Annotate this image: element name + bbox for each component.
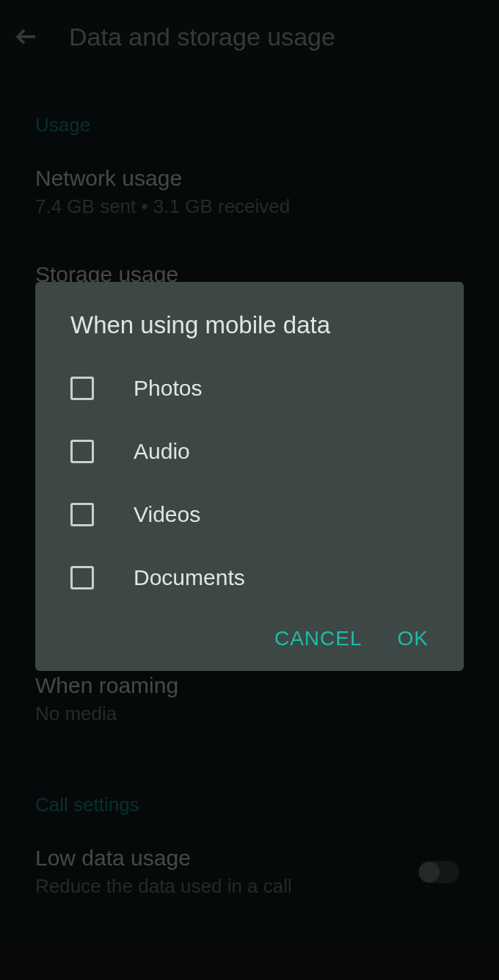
ok-button[interactable]: OK [398,627,429,650]
audio-checkbox[interactable] [70,440,94,463]
videos-option[interactable]: Videos [35,483,464,546]
photos-option[interactable]: Photos [35,357,464,420]
photos-label: Photos [134,376,202,401]
mobile-data-dialog: When using mobile data Photos Audio Vide… [35,282,464,671]
audio-option[interactable]: Audio [35,420,464,483]
documents-checkbox[interactable] [70,566,94,589]
documents-label: Documents [134,565,245,590]
documents-option[interactable]: Documents [35,546,464,609]
photos-checkbox[interactable] [70,377,94,400]
audio-label: Audio [134,439,190,464]
videos-checkbox[interactable] [70,503,94,526]
dialog-actions: CANCEL OK [35,609,464,650]
dialog-title: When using mobile data [35,311,464,357]
media-options-list: Photos Audio Videos Documents [35,357,464,609]
videos-label: Videos [134,502,200,527]
cancel-button[interactable]: CANCEL [274,627,363,650]
